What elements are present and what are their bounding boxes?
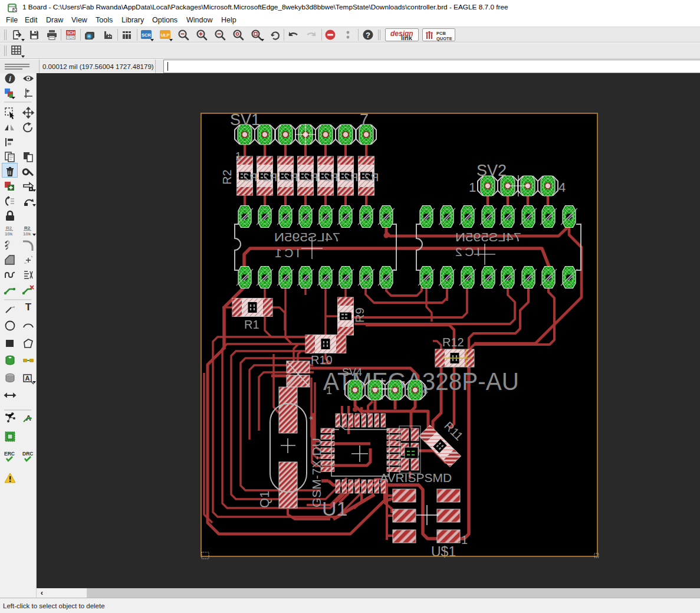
svg-text:SV2: SV2 <box>476 162 507 179</box>
svg-text:SV4: SV4 <box>342 366 362 378</box>
svg-text:R2: R2 <box>221 169 234 185</box>
svg-text:74LS595N: 74LS595N <box>274 230 340 244</box>
svg-text:U$1: U$1 <box>431 544 456 559</box>
svg-text:SCR: SCR <box>142 32 151 38</box>
svg-text:R1: R1 <box>244 318 259 331</box>
svg-text:ULP: ULP <box>161 32 170 38</box>
svg-text:SCH: SCH <box>67 31 75 35</box>
svg-text:10k: 10k <box>23 231 31 237</box>
svg-text:1: 1 <box>326 385 332 396</box>
svg-text:10k: 10k <box>5 231 13 237</box>
svg-text:R2: R2 <box>24 225 31 231</box>
svg-text:1: 1 <box>235 150 241 162</box>
svg-text:Q1: Q1 <box>257 491 272 508</box>
svg-text:R2: R2 <box>263 171 277 183</box>
svg-text:R2: R2 <box>304 171 318 183</box>
svg-text:R9: R9 <box>353 307 366 323</box>
svg-text:R2: R2 <box>243 171 257 183</box>
svg-text:*: * <box>307 416 319 420</box>
svg-text:R12: R12 <box>442 336 464 349</box>
svg-text:R2: R2 <box>6 225 12 231</box>
svg-text:R10: R10 <box>311 353 333 366</box>
svg-text:4: 4 <box>558 180 566 195</box>
svg-text:R2: R2 <box>344 171 358 183</box>
svg-text:74LS595N: 74LS595N <box>455 230 521 244</box>
svg-text:BRD: BRD <box>67 35 75 40</box>
svg-text:AVRISPSMD: AVRISPSMD <box>380 471 452 484</box>
svg-text:R2: R2 <box>324 171 338 183</box>
svg-text:1: 1 <box>469 180 476 195</box>
svg-text:4: 4 <box>422 385 428 396</box>
svg-text:?: ? <box>366 31 370 40</box>
svg-text:1: 1 <box>461 533 468 546</box>
svg-text:U1: U1 <box>322 497 347 520</box>
svg-text:R2: R2 <box>364 171 379 183</box>
svg-text:DRC: DRC <box>22 451 33 457</box>
svg-text:A: A <box>25 375 30 382</box>
svg-text:GSM-7X-DU: GSM-7X-DU <box>310 438 323 507</box>
svg-text:ERC: ERC <box>4 451 15 457</box>
svg-text:R2: R2 <box>284 171 298 183</box>
